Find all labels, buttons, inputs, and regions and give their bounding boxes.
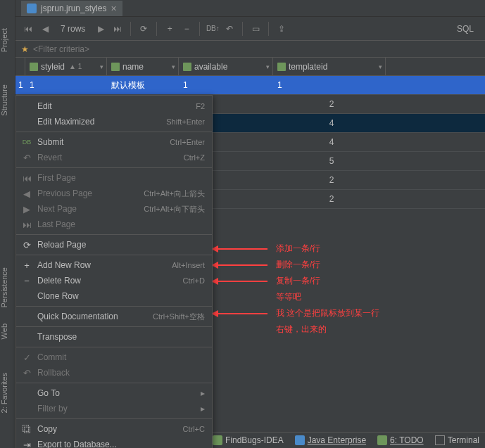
chevron-down-icon[interactable]: ▾ [100,63,103,70]
chevron-down-icon[interactable]: ▾ [379,63,382,70]
arrow-icon [211,309,267,318]
menu-next-page: ▶Next PageCtrl+Alt+向下箭头 [16,201,212,217]
side-web[interactable]: Web [0,324,8,339]
tab-table[interactable]: jsprun.jrun_styles × [21,1,122,16]
revert-icon[interactable]: ↶ [222,22,237,36]
menu-go-to[interactable]: Go To▸ [16,385,212,401]
undo-icon: ↶ [20,152,33,163]
menu-last-page: ⏭Last Page [16,217,212,232]
side-project[interactable]: Project [0,28,8,52]
tab-bar: jsprun.jrun_styles × [0,0,485,17]
todo-icon [377,435,387,445]
bottom-javaee[interactable]: Java Enterprise [295,435,366,445]
side-persistence[interactable]: Persistence [0,267,8,307]
javaee-icon [295,435,305,445]
prev-icon: ◀ [20,188,33,199]
arrow-icon [211,261,267,269]
menu-rollback: ↶Rollback [16,365,212,380]
side-favorites[interactable]: 2: Favorites [0,373,8,413]
menu-transpose[interactable]: Transpose [16,329,212,345]
menu-edit[interactable]: EditF2 [16,98,212,114]
findbugs-icon [213,435,222,445]
export-icon[interactable]: ⇪ [275,22,289,36]
bottom-todo[interactable]: 6: TODO [377,435,424,445]
column-icon [183,63,191,71]
chevron-right-icon: ▸ [201,404,205,414]
minus-icon: − [20,275,33,286]
menu-clone-row[interactable]: Clone Row [16,288,212,304]
menu-revert: ↶RevertCtrl+Z [16,150,212,165]
col-styleid[interactable]: styleid▲ 1▾ [25,58,107,75]
arrow-icon [211,277,267,286]
menu-export-to-database[interactable]: ⇥Export to Database... [16,437,212,448]
db-submit-icon[interactable]: DB↑ [206,22,220,36]
plus-icon: + [20,260,33,271]
menu-reload-page[interactable]: ⟳Reload Page [16,237,212,252]
menu-edit-maximized[interactable]: Edit MaximizedShift+Enter [16,114,212,129]
next-icon: ▶ [20,203,33,215]
menu-submit[interactable]: DBSubmitCtrl+Enter [16,134,212,150]
add-icon[interactable]: + [163,22,177,36]
bottom-terminal[interactable]: Terminal [435,435,479,445]
col-name[interactable]: name▾ [107,58,179,75]
menu-first-page: ⏮First Page [16,170,212,186]
db-icon: DB [20,136,33,148]
menu-copy[interactable]: ⿻CopyCtrl+C [16,421,212,437]
tab-title: jsprun.jrun_styles [41,4,106,13]
annotations: 添加一条/行 删除一条/行 复制一条/行 等等吧 我 这个是把鼠标放到某一行 右… [211,243,379,340]
row-num-header [15,58,25,75]
filter-bar[interactable]: ★ <Filter criteria> [0,41,485,58]
filter-placeholder: <Filter criteria> [33,44,89,54]
star-icon: ★ [21,44,29,54]
menu-filter-by: Filter by▸ [16,401,212,416]
menu-commit: ✓Commit [16,350,212,365]
commit-icon: ✓ [20,352,33,363]
next-page-icon[interactable]: ▶ [94,22,108,36]
rollback-icon: ↶ [20,367,33,378]
sql-label[interactable]: SQL [457,24,479,34]
chevron-down-icon[interactable]: ▾ [266,63,270,70]
table-icon [27,4,37,13]
left-sidebar: Project Structure Persistence Web 2: Fav… [0,0,15,448]
menu-quick-documentation[interactable]: Quick DocumentationCtrl+Shift+空格 [16,309,212,324]
chevron-right-icon: ▸ [201,388,205,398]
prev-page-icon[interactable]: ◀ [38,22,52,36]
view-icon[interactable]: ▭ [248,22,263,36]
bottom-findbugs[interactable]: FindBugs-IDEA [213,435,284,445]
table-header: styleid▲ 1▾ name▾ available▾ templateid▾ [15,58,485,76]
first-page-icon[interactable]: ⏮ [21,22,35,36]
copy-icon: ⿻ [20,423,33,435]
export-icon: ⇥ [20,439,33,448]
chevron-down-icon[interactable]: ▾ [172,63,175,70]
last-icon: ⏭ [20,219,33,230]
column-icon [277,63,286,71]
menu-previous-page: ◀Previous PageCtrl+Alt+向上箭头 [16,186,212,201]
toolbar: ⏮ ◀ 7 rows ▶ ⏭ ⟳ + − DB↑ ↶ ▭ ⇪ SQL [0,17,485,41]
first-icon: ⏮ [20,172,33,184]
rows-count: 7 rows [55,24,91,34]
col-available[interactable]: available▾ [179,58,273,75]
menu-delete-row[interactable]: −Delete RowCtrl+D [16,273,212,288]
remove-icon[interactable]: − [179,22,194,36]
reload-icon: ⟳ [20,239,33,250]
col-templateid[interactable]: templateid▾ [273,58,386,75]
arrow-icon [211,245,267,253]
column-icon [111,63,120,71]
reload-icon[interactable]: ⟳ [137,22,151,36]
last-page-icon[interactable]: ⏭ [111,22,125,36]
context-menu: EditF2 Edit MaximizedShift+Enter DBSubmi… [15,95,213,448]
side-structure[interactable]: Structure [0,84,8,116]
menu-add-new-row[interactable]: +Add New RowAlt+Insert [16,257,212,273]
terminal-icon [435,435,445,445]
table-row[interactable]: 1 1 默认模板 1 1 [15,76,485,95]
close-icon[interactable]: × [111,3,116,14]
column-icon [30,63,38,71]
